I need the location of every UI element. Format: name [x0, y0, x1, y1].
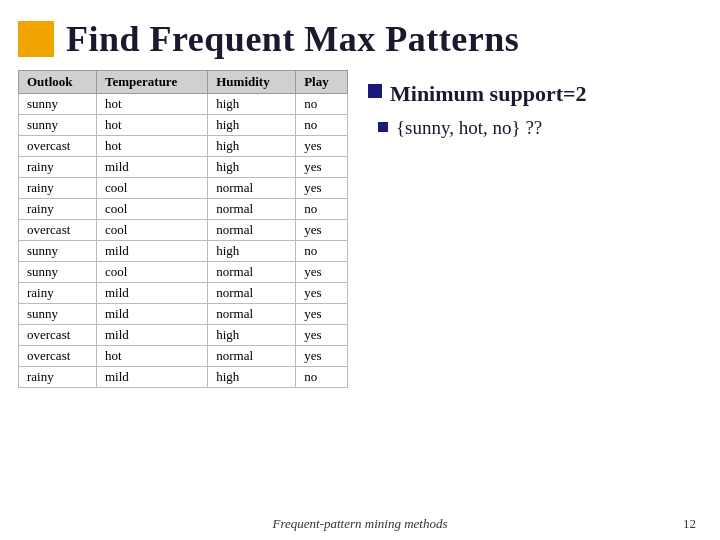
table-row: rainycoolnormalno — [19, 199, 348, 220]
table-cell: mild — [96, 157, 207, 178]
table-row: sunnymildnormalyes — [19, 304, 348, 325]
main-bullet-item: Minimum support=2 — [368, 80, 702, 109]
table-cell: rainy — [19, 178, 97, 199]
footer-text: Frequent-pattern mining methods — [273, 516, 448, 532]
table-cell: sunny — [19, 94, 97, 115]
table-cell: sunny — [19, 304, 97, 325]
bullet-square-icon — [368, 84, 382, 98]
table-row: rainymildhighyes — [19, 157, 348, 178]
table-cell: overcast — [19, 220, 97, 241]
table-cell: normal — [208, 199, 296, 220]
table-row: sunnyhothighno — [19, 115, 348, 136]
table-cell: rainy — [19, 283, 97, 304]
table-row: rainymildhighno — [19, 367, 348, 388]
table-cell: cool — [96, 262, 207, 283]
table-cell: yes — [296, 220, 348, 241]
table-cell: normal — [208, 283, 296, 304]
table-cell: normal — [208, 262, 296, 283]
table-cell: high — [208, 367, 296, 388]
table-cell: yes — [296, 157, 348, 178]
table-cell: overcast — [19, 325, 97, 346]
table-cell: cool — [96, 220, 207, 241]
table-cell: no — [296, 115, 348, 136]
table-cell: high — [208, 157, 296, 178]
sub-bullet-text: {sunny, hot, no} ?? — [396, 117, 542, 139]
table-cell: normal — [208, 346, 296, 367]
table-cell: mild — [96, 283, 207, 304]
table-cell: yes — [296, 136, 348, 157]
table-row: sunnyhothighno — [19, 94, 348, 115]
table-cell: rainy — [19, 367, 97, 388]
table-cell: hot — [96, 136, 207, 157]
header-icon — [18, 21, 54, 57]
table-header-cell: Temperature — [96, 71, 207, 94]
table-container: OutlookTemperatureHumidityPlay sunnyhoth… — [18, 70, 348, 388]
table-cell: overcast — [19, 346, 97, 367]
table-row: overcastmildhighyes — [19, 325, 348, 346]
table-cell: yes — [296, 178, 348, 199]
table-cell: no — [296, 94, 348, 115]
table-header-cell: Humidity — [208, 71, 296, 94]
table-cell: sunny — [19, 262, 97, 283]
table-header-row: OutlookTemperatureHumidityPlay — [19, 71, 348, 94]
table-cell: rainy — [19, 157, 97, 178]
table-row: rainymildnormalyes — [19, 283, 348, 304]
table-cell: mild — [96, 304, 207, 325]
main-content: OutlookTemperatureHumidityPlay sunnyhoth… — [0, 70, 720, 388]
table-cell: yes — [296, 325, 348, 346]
table-row: rainycoolnormalyes — [19, 178, 348, 199]
table-cell: normal — [208, 220, 296, 241]
table-cell: overcast — [19, 136, 97, 157]
sub-bullet-square-icon — [378, 122, 388, 132]
table-cell: no — [296, 367, 348, 388]
table-body: sunnyhothighnosunnyhothighnoovercasthoth… — [19, 94, 348, 388]
table-cell: sunny — [19, 241, 97, 262]
table-cell: no — [296, 241, 348, 262]
table-cell: cool — [96, 199, 207, 220]
footer-page: 12 — [683, 516, 696, 532]
table-cell: hot — [96, 115, 207, 136]
table-cell: cool — [96, 178, 207, 199]
table-cell: yes — [296, 283, 348, 304]
data-table: OutlookTemperatureHumidityPlay sunnyhoth… — [18, 70, 348, 388]
table-cell: mild — [96, 325, 207, 346]
table-cell: normal — [208, 178, 296, 199]
right-panel: Minimum support=2 {sunny, hot, no} ?? — [368, 70, 702, 388]
table-cell: yes — [296, 262, 348, 283]
table-cell: high — [208, 136, 296, 157]
table-header-cell: Outlook — [19, 71, 97, 94]
table-row: sunnycoolnormalyes — [19, 262, 348, 283]
table-cell: sunny — [19, 115, 97, 136]
table-cell: hot — [96, 94, 207, 115]
main-bullet-text: Minimum support=2 — [390, 80, 587, 109]
footer: Frequent-pattern mining methods 12 — [0, 516, 720, 532]
table-cell: yes — [296, 304, 348, 325]
table-cell: high — [208, 325, 296, 346]
table-cell: yes — [296, 346, 348, 367]
table-cell: hot — [96, 346, 207, 367]
table-row: overcasthothighyes — [19, 136, 348, 157]
table-cell: high — [208, 94, 296, 115]
sub-bullet-item: {sunny, hot, no} ?? — [378, 117, 702, 139]
page-title: Find Frequent Max Patterns — [66, 18, 519, 60]
table-row: overcastcoolnormalyes — [19, 220, 348, 241]
table-cell: rainy — [19, 199, 97, 220]
table-cell: high — [208, 241, 296, 262]
table-cell: no — [296, 199, 348, 220]
table-cell: mild — [96, 367, 207, 388]
table-row: overcasthotnormalyes — [19, 346, 348, 367]
header: Find Frequent Max Patterns — [0, 0, 720, 70]
table-cell: mild — [96, 241, 207, 262]
table-header-cell: Play — [296, 71, 348, 94]
table-cell: normal — [208, 304, 296, 325]
table-cell: high — [208, 115, 296, 136]
table-row: sunnymildhighno — [19, 241, 348, 262]
